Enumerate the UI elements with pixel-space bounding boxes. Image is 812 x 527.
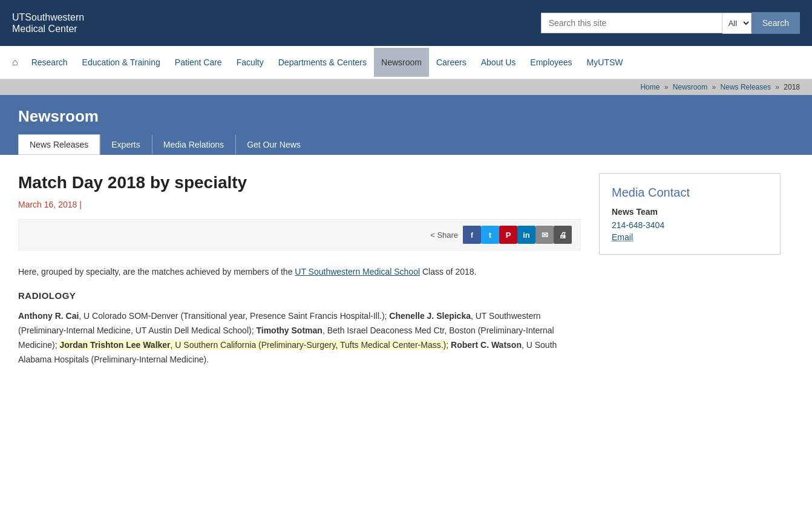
section-heading: RADIOLOGY (18, 290, 581, 301)
sidebar: Media Contact News Team 214-648-3404 Ema… (599, 173, 781, 367)
main-nav: ⌂ Research Education & Training Patient … (0, 46, 812, 79)
article-date-text: March 16, 2018 (18, 200, 77, 209)
logo-line1: UTSouthwestern (12, 11, 84, 23)
logo[interactable]: UTSouthwestern Medical Center (12, 11, 84, 34)
nav-myutsw[interactable]: MyUTSW (580, 48, 630, 77)
newsroom-subnav: News Releases Experts Media Relations Ge… (18, 134, 794, 155)
breadcrumb-year: 2018 (784, 83, 800, 91)
main-content: Match Day 2018 by specialty March 16, 20… (18, 173, 581, 367)
home-icon[interactable]: ⌂ (6, 47, 24, 77)
nav-newsroom[interactable]: Newsroom (374, 48, 429, 77)
article-date: March 16, 2018 | (18, 200, 581, 209)
breadcrumb-news-releases[interactable]: News Releases (721, 83, 771, 91)
subnav-experts[interactable]: Experts (100, 134, 151, 155)
person-cai: Anthony R. Cai (18, 311, 79, 321)
nav-about[interactable]: About Us (474, 48, 523, 77)
breadcrumb: Home » Newsroom » News Releases » 2018 (0, 79, 812, 95)
share-linkedin-button[interactable]: in (517, 226, 535, 244)
site-header: UTSouthwestern Medical Center All Search (0, 0, 812, 46)
breadcrumb-sep-1: » (664, 83, 669, 91)
person-sotman: Timothy Sotman (256, 326, 322, 335)
media-contact-title: Media Contact (612, 186, 768, 200)
media-contact-email[interactable]: Email (612, 232, 768, 242)
share-twitter-button[interactable]: t (481, 226, 499, 244)
logo-line2: Medical Center (12, 23, 84, 34)
newsroom-banner: Newsroom News Releases Experts Media Rel… (0, 95, 812, 155)
breadcrumb-newsroom[interactable]: Newsroom (673, 83, 707, 91)
breadcrumb-home[interactable]: Home (640, 83, 660, 91)
content-wrapper: Match Day 2018 by specialty March 16, 20… (0, 155, 799, 385)
article-title: Match Day 2018 by specialty (18, 173, 581, 192)
search-input[interactable] (541, 13, 722, 33)
media-contact-phone[interactable]: 214-648-3404 (612, 220, 768, 230)
share-label: < Share (430, 231, 458, 240)
radiology-content: Anthony R. Cai, U Colorado SOM-Denver (T… (18, 309, 581, 367)
search-filter-select[interactable]: All (722, 13, 751, 34)
person-slepicka: Chenelle J. Slepicka (389, 311, 471, 321)
share-facebook-button[interactable]: f (463, 226, 481, 244)
media-contact-box: Media Contact News Team 214-648-3404 Ema… (599, 173, 781, 255)
share-email-button[interactable]: ✉ (535, 226, 554, 244)
breadcrumb-sep-3: » (775, 83, 779, 91)
subnav-news-releases[interactable]: News Releases (18, 134, 100, 155)
nav-careers[interactable]: Careers (429, 48, 474, 77)
newsroom-title: Newsroom (18, 107, 794, 126)
search-area: All Search (541, 12, 800, 34)
nav-employees[interactable]: Employees (523, 48, 579, 77)
search-button[interactable]: Search (751, 12, 800, 34)
nav-departments[interactable]: Departments & Centers (271, 48, 374, 77)
nav-education[interactable]: Education & Training (75, 48, 168, 77)
nav-patient-care[interactable]: Patient Care (168, 48, 229, 77)
breadcrumb-sep-2: » (712, 83, 716, 91)
media-contact-name: News Team (612, 207, 768, 217)
subnav-media-relations[interactable]: Media Relations (152, 134, 235, 155)
person-watson: Robert C. Watson (451, 340, 522, 350)
share-print-button[interactable]: 🖨 (554, 226, 572, 244)
walker-detail: , U Southern California (Preliminary-Sur… (171, 340, 449, 350)
nav-research[interactable]: Research (24, 48, 75, 77)
article-intro: Here, grouped by specialty, are the matc… (18, 265, 581, 278)
share-spacer: < Share f t P in ✉ 🖨 (27, 226, 572, 244)
share-bar: < Share f t P in ✉ 🖨 (18, 219, 581, 250)
utsw-link[interactable]: UT Southwestern Medical School (295, 267, 420, 277)
logo-text: UTSouthwestern Medical Center (12, 11, 84, 34)
nav-faculty[interactable]: Faculty (229, 48, 271, 77)
subnav-get-our-news[interactable]: Get Our News (235, 134, 312, 155)
share-pinterest-button[interactable]: P (499, 226, 517, 244)
person-walker: Jordan Trishton Lee Walker (59, 340, 170, 350)
